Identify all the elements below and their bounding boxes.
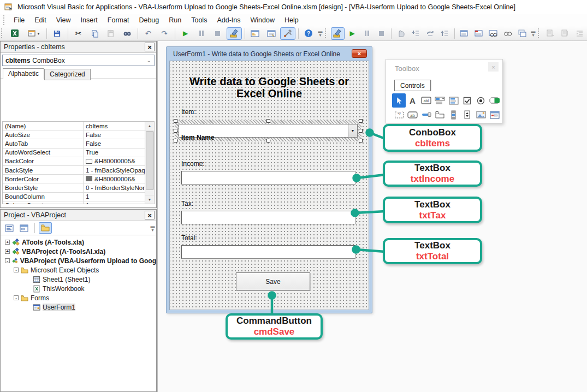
step-out-button[interactable] xyxy=(438,27,452,40)
property-row[interactable]: (Name)cbItems xyxy=(3,122,154,130)
debug-break-button[interactable] xyxy=(360,27,373,40)
property-row[interactable]: BorderStyle0 - fmBorderStyleNone xyxy=(3,183,154,192)
item-name-label[interactable]: Item Name xyxy=(181,134,215,141)
txtincome-textbox[interactable] xyxy=(181,171,355,185)
object-selector-dropdown[interactable]: cbItems ComboBox ⌄ xyxy=(2,55,155,66)
cut-button[interactable]: ✂ xyxy=(71,27,86,40)
expander-icon[interactable]: + xyxy=(5,240,10,245)
toolbox-spinbutton[interactable] xyxy=(460,108,474,122)
toolbox-commandbutton[interactable]: ab xyxy=(406,108,419,122)
copy-button[interactable] xyxy=(87,27,102,40)
toolbox-optionbutton[interactable] xyxy=(474,93,488,108)
toolbox-listbox[interactable] xyxy=(447,93,460,108)
selection-handle[interactable] xyxy=(174,119,177,123)
toolbox-select-objects[interactable] xyxy=(392,93,406,108)
toolbox-refedit[interactable] xyxy=(488,108,501,122)
toolbox-label[interactable]: A xyxy=(406,93,419,108)
insert-userform-button[interactable]: ▾ xyxy=(23,27,44,40)
menu-view[interactable]: View xyxy=(51,15,76,26)
properties-close-button[interactable]: × xyxy=(145,43,155,51)
edit-toolbar-grip[interactable] xyxy=(538,28,541,38)
toggle-breakpoint-button[interactable] xyxy=(394,27,408,40)
toolbox-multipage[interactable] xyxy=(433,108,447,122)
uncomment-block-button[interactable] xyxy=(559,27,572,40)
watch-window-button[interactable] xyxy=(487,27,500,40)
menu-tools[interactable]: Tools xyxy=(186,15,212,26)
property-row[interactable]: AutoSizeFalse xyxy=(3,130,154,139)
menu-debug[interactable]: Debug xyxy=(134,15,164,26)
designer-close-button[interactable]: × xyxy=(352,49,367,58)
expander-icon[interactable]: - xyxy=(14,295,19,300)
toolbox-combobox[interactable] xyxy=(433,93,447,108)
selection-handle[interactable] xyxy=(359,119,363,123)
reset-button[interactable] xyxy=(210,27,226,40)
menu-file[interactable]: File xyxy=(9,15,29,26)
tree-item-forms[interactable]: - Forms xyxy=(1,293,156,302)
expander-icon[interactable]: + xyxy=(5,249,10,254)
selection-handle[interactable] xyxy=(174,129,177,133)
toggle-folders-button[interactable] xyxy=(39,222,52,234)
property-grid-scrollbar[interactable]: ▲ ▼ xyxy=(145,122,154,204)
debug-design-mode-button[interactable] xyxy=(331,27,345,40)
tax-label[interactable]: Tax: xyxy=(181,200,193,207)
standard-toolbar-grip[interactable] xyxy=(1,28,4,38)
view-object-button[interactable] xyxy=(17,222,31,234)
menu-grip[interactable] xyxy=(3,15,7,25)
property-row[interactable]: AutoWordSelectTrue xyxy=(3,149,154,157)
tree-item-atools[interactable]: + ATools (A-Tools.xla) xyxy=(1,237,156,247)
menu-addins[interactable]: Add-Ins xyxy=(212,15,245,26)
property-row[interactable]: BoundColumn1 xyxy=(3,193,154,201)
tree-item-excel-objects[interactable]: - Microsoft Excel Objects xyxy=(1,265,156,275)
immediate-window-button[interactable] xyxy=(472,27,485,40)
property-row[interactable]: AutoTabFalse xyxy=(3,139,154,148)
selection-handle[interactable] xyxy=(266,139,270,142)
tab-categorized[interactable]: Categorized xyxy=(44,69,91,80)
step-over-button[interactable] xyxy=(423,27,437,40)
txttax-textbox[interactable] xyxy=(181,211,355,224)
project-panel-header[interactable]: Project - VBAProject × xyxy=(1,210,156,221)
properties-window-button[interactable] xyxy=(264,27,279,40)
toolbox-tabstrip[interactable] xyxy=(419,108,433,122)
step-into-button[interactable] xyxy=(409,27,423,40)
properties-panel-header[interactable]: Properties - cbItems × xyxy=(1,41,156,53)
call-stack-button[interactable] xyxy=(515,27,529,40)
designer-titlebar[interactable]: UserForm1 - Write data to Google Sheets … xyxy=(167,47,372,61)
property-row[interactable]: BackStyle1 - fmBackStyleOpaque xyxy=(3,166,154,175)
tree-item-sheet1[interactable]: Sheet1 (Sheet1) xyxy=(1,275,156,284)
selection-handle[interactable] xyxy=(174,139,177,142)
expander-icon[interactable]: - xyxy=(14,268,19,272)
tree-item-vbaproject-atoolsai[interactable]: + VBAProject (A-ToolsAI.xla) xyxy=(1,247,156,256)
quick-watch-button[interactable] xyxy=(501,27,515,40)
comment-block-button[interactable] xyxy=(544,27,558,40)
break-button[interactable] xyxy=(194,27,209,40)
total-label[interactable]: Total: xyxy=(181,234,197,242)
save-button[interactable] xyxy=(50,27,65,40)
debug-toolbar-overflow[interactable]: ▬▾ xyxy=(530,27,537,39)
project-toolbar-overflow[interactable]: ▬▾ xyxy=(149,222,156,234)
toolbox-textbox[interactable]: abl xyxy=(419,93,433,108)
menu-window[interactable]: Window xyxy=(246,15,280,26)
view-code-button[interactable] xyxy=(3,222,16,234)
scroll-thumb[interactable] xyxy=(146,131,154,190)
menu-help[interactable]: Help xyxy=(280,15,304,26)
tree-item-userform1[interactable]: UserForm1 xyxy=(1,302,156,312)
expander-icon[interactable]: - xyxy=(5,258,10,263)
debug-run-button[interactable]: ▶ xyxy=(346,27,359,40)
item-label[interactable]: Item: xyxy=(181,108,196,116)
menu-format[interactable]: Format xyxy=(103,15,134,26)
income-label[interactable]: Income: xyxy=(181,160,205,168)
cmdsave-button[interactable]: Save xyxy=(236,272,310,290)
scroll-down-button[interactable]: ▼ xyxy=(145,195,155,204)
locals-window-button[interactable] xyxy=(458,27,471,40)
txttotal-textbox[interactable] xyxy=(181,245,355,259)
property-row[interactable]: BackColor&H80000005& xyxy=(3,157,154,166)
toolbox-button[interactable] xyxy=(280,27,295,40)
selection-handle[interactable] xyxy=(266,119,270,123)
view-microsoft-excel-button[interactable] xyxy=(7,27,22,40)
scroll-up-button[interactable]: ▲ xyxy=(145,122,155,130)
find-button[interactable] xyxy=(120,27,135,40)
project-close-button[interactable]: × xyxy=(145,211,155,219)
indent-button[interactable] xyxy=(573,27,586,40)
tab-alphabetic[interactable]: Alphabetic xyxy=(3,68,44,79)
selection-handle[interactable] xyxy=(359,129,363,133)
